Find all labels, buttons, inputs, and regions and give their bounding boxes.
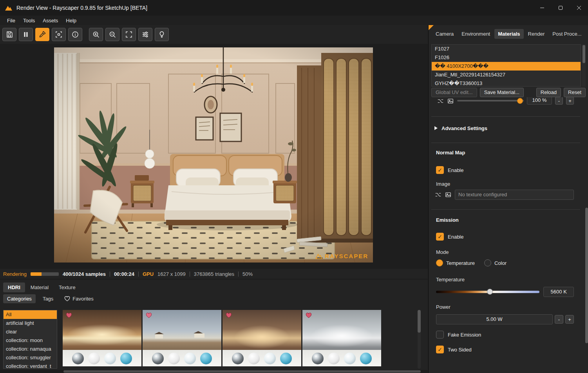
slider-knob[interactable] [517, 98, 523, 104]
favorite-icon[interactable] [66, 312, 72, 319]
info-button[interactable] [68, 28, 82, 41]
power-row: 5.00 W - + [431, 314, 574, 324]
region-render-button[interactable] [52, 28, 66, 41]
image-icon[interactable] [447, 98, 454, 105]
pause-icon [22, 31, 30, 38]
category-item[interactable]: collection: namaqua [4, 345, 57, 353]
panel-scrollbar[interactable] [585, 97, 588, 371]
temperature-value[interactable]: 5600 K [543, 287, 574, 297]
menubar: File Tools Assets Help [0, 16, 588, 25]
material-item[interactable]: JianE_Mtl_2022914126154327 [432, 71, 581, 79]
filter-tags[interactable]: Tags [39, 294, 57, 303]
power-value[interactable]: 5.00 W [436, 314, 553, 324]
opacity-increment-button[interactable]: + [566, 97, 574, 105]
fit-view-icon [125, 31, 133, 38]
favorite-icon[interactable] [226, 312, 232, 319]
fit-view-button[interactable] [122, 28, 136, 41]
power-increment-button[interactable]: + [565, 315, 574, 324]
normal-map-texture-field[interactable]: No texture configured [455, 190, 574, 200]
global-uv-edit-button[interactable]: Global UV edit... [431, 88, 477, 97]
opacity-value[interactable]: 100 % [527, 97, 552, 105]
category-item[interactable]: clear [4, 328, 57, 336]
reload-button[interactable]: Reload [536, 88, 561, 97]
slider-track[interactable] [457, 100, 524, 101]
preview-sphere [72, 353, 84, 364]
scrollbar-thumb[interactable] [63, 370, 421, 373]
preview-sphere [280, 353, 292, 364]
render-settings-button[interactable] [138, 28, 152, 41]
favorite-icon[interactable] [306, 312, 312, 319]
render-image[interactable]: RAYSCAPER [54, 47, 373, 263]
enable-label: Enable [448, 167, 463, 173]
opacity-decrement-button[interactable]: - [555, 97, 563, 105]
lights-button[interactable] [155, 28, 169, 41]
zoom-in-button[interactable] [89, 28, 103, 41]
fake-emission-checkbox[interactable] [436, 331, 444, 339]
tab-texture[interactable]: Texture [54, 282, 80, 292]
triangle-count: 3763865 triangles [194, 271, 234, 277]
temperature-radio[interactable] [436, 259, 443, 266]
scrollbar-thumb[interactable] [583, 45, 585, 63]
zoom-out-button[interactable] [105, 28, 119, 41]
image-icon[interactable] [445, 191, 452, 198]
menu-help[interactable]: Help [62, 16, 80, 25]
horizontal-scrollbar[interactable] [0, 370, 428, 373]
save-material-button[interactable]: Save Material... [480, 88, 524, 97]
material-item[interactable]: F1027 [432, 45, 581, 53]
texture-mode-icon[interactable] [434, 191, 441, 198]
category-list: All artificial light clear collection: m… [3, 310, 57, 369]
menu-file[interactable]: File [3, 16, 19, 25]
close-button[interactable] [570, 0, 588, 16]
hdri-thumbnail[interactable] [143, 310, 221, 366]
tab-hdri[interactable]: HDRI [3, 282, 25, 292]
tab-post-processing[interactable]: Post Proce... [549, 29, 585, 39]
power-decrement-button[interactable]: - [555, 315, 563, 324]
color-radio[interactable] [484, 259, 491, 266]
slider-knob[interactable] [487, 289, 493, 295]
temperature-slider[interactable] [436, 287, 539, 297]
opacity-slider[interactable] [457, 97, 524, 105]
material-item-selected[interactable]: �� 4100X2700��� [432, 62, 581, 71]
preview-sphere [312, 353, 324, 364]
tab-material[interactable]: Material [26, 282, 53, 292]
material-item[interactable]: GYHZ��T3360013 [432, 79, 581, 87]
category-item[interactable]: collection: moon [4, 336, 57, 345]
menu-tools[interactable]: Tools [19, 16, 39, 25]
filter-favorites[interactable]: Favorites [60, 294, 97, 303]
tab-render[interactable]: Render [525, 29, 548, 39]
category-item[interactable]: artificial light [4, 319, 57, 328]
filter-categories[interactable]: Categories [3, 294, 36, 303]
hdri-thumbnail[interactable] [223, 310, 301, 366]
menu-assets[interactable]: Assets [39, 16, 62, 25]
tab-environment[interactable]: Environment [458, 29, 494, 39]
expand-triangle-icon [434, 126, 438, 130]
material-item[interactable]: F1026 [432, 53, 581, 62]
category-item[interactable]: All [4, 310, 57, 319]
tab-materials[interactable]: Materials [494, 29, 523, 39]
material-list-scrollbar[interactable] [582, 44, 586, 87]
reset-button[interactable]: Reset [564, 88, 586, 97]
favorite-icon[interactable] [146, 312, 152, 319]
preview-sphere [104, 353, 116, 364]
two-sided-checkbox[interactable] [436, 346, 444, 353]
scrollbar-thumb[interactable] [418, 310, 421, 333]
house-shape [194, 333, 204, 338]
category-item[interactable]: collection: smuggler [4, 353, 57, 362]
category-item[interactable]: collection: verdant_t [4, 362, 57, 369]
maximize-button[interactable] [551, 0, 570, 16]
advanced-settings-header[interactable]: Advanced Settings [431, 123, 574, 133]
emission-enable-checkbox[interactable] [436, 233, 444, 241]
texture-mode-icon[interactable] [437, 98, 444, 105]
scrollbar-thumb[interactable] [585, 208, 588, 343]
tab-camera[interactable]: Camera [432, 29, 457, 39]
color-picker-button[interactable] [35, 28, 49, 41]
fake-emission-row: Fake Emission [431, 331, 574, 339]
completion-percent: 50% [242, 271, 253, 277]
hdri-thumbnail[interactable] [302, 310, 381, 366]
hdri-thumbnail[interactable] [63, 310, 141, 366]
save-button[interactable] [2, 28, 16, 41]
pause-button[interactable] [19, 28, 33, 41]
normal-map-enable-checkbox[interactable] [436, 166, 444, 174]
minimize-button[interactable] [533, 0, 551, 16]
thumbnail-scrollbar[interactable] [418, 310, 421, 369]
